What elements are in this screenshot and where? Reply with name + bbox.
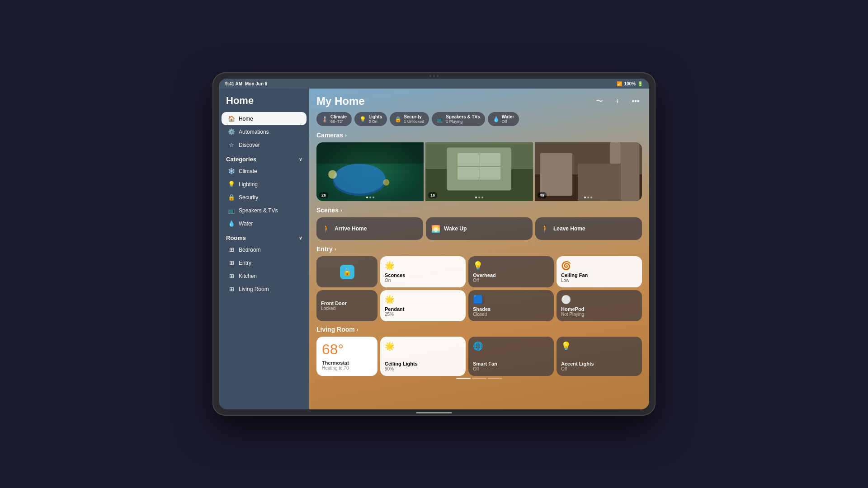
smartfan-tile[interactable]: 🌐 Smart Fan Off xyxy=(468,337,554,376)
frontdoor-label-tile: Front Door Locked xyxy=(316,290,377,321)
ceilinglights-tile[interactable]: 🌟 Ceiling Lights 90% xyxy=(380,337,466,376)
categories-header[interactable]: Categories ∨ xyxy=(219,151,309,164)
home-icon: 🏠 xyxy=(228,115,235,122)
sidebar-item-speakers[interactable]: 📺 Speakers & TVs xyxy=(222,204,307,217)
sidebar-lighting-label: Lighting xyxy=(239,181,258,188)
scroll-indicator xyxy=(316,376,642,380)
pill-security[interactable]: 🔒 Security 1 Unlocked xyxy=(390,112,429,126)
overhead-tile[interactable]: 💡 Overhead Off xyxy=(468,256,554,287)
pill-water-title: Water xyxy=(502,114,514,119)
camera-tile-garage[interactable]: 1s xyxy=(425,142,533,201)
thermostat-temp: 68° xyxy=(322,342,372,357)
camera-garage-dots xyxy=(475,197,483,198)
entry-section: Entry › 🔒 🌟 xyxy=(316,245,642,321)
bedroom-icon: ⊞ xyxy=(228,246,235,253)
sconces-tile[interactable]: 🌟 Sconces On xyxy=(380,256,466,287)
shades-name: Shades xyxy=(473,306,549,312)
sidebar: Home 🏠 Home ⚙️ Automations ☆ Discover Ca… xyxy=(219,89,309,409)
rooms-header[interactable]: Rooms ∨ xyxy=(219,230,309,243)
accentlights-icon: 💡 xyxy=(561,341,637,351)
sidebar-automations-label: Automations xyxy=(239,129,269,135)
pill-climate[interactable]: 🌡️ Climate 68–72° xyxy=(316,112,352,126)
scenes-chevron: › xyxy=(340,207,342,213)
category-pills: 🌡️ Climate 68–72° 💡 Lights 3 On xyxy=(316,112,642,126)
pill-climate-sub: 68–72° xyxy=(330,119,347,124)
thermostat-tile[interactable]: 68° Thermostat Heating to 70 xyxy=(316,337,377,376)
scene-tile-arrive[interactable]: 🚶 Arrive Home xyxy=(316,217,423,240)
entry-row2: Front Door Locked 🌟 Pendant 25% xyxy=(316,290,642,321)
sidebar-item-security[interactable]: 🔒 Security xyxy=(222,191,307,204)
pendant-state: 25% xyxy=(385,312,461,317)
sconces-state: On xyxy=(385,278,461,283)
status-right: 📶 100% 🔋 xyxy=(617,81,643,86)
app-container: Home 🏠 Home ⚙️ Automations ☆ Discover Ca… xyxy=(219,89,649,409)
homepod-tile[interactable]: ⚪ HomePod Not Playing xyxy=(557,290,642,321)
ceilingfan-name: Ceiling Fan xyxy=(561,272,637,278)
sidebar-item-home[interactable]: 🏠 Home xyxy=(222,112,307,125)
pill-climate-icon: 🌡️ xyxy=(321,116,328,122)
pendant-tile[interactable]: 🌟 Pendant 25% xyxy=(380,290,466,321)
sidebar-item-livingroom[interactable]: ⊞ Living Room xyxy=(222,282,307,296)
sidebar-item-automations[interactable]: ⚙️ Automations xyxy=(222,125,307,138)
discover-icon: ☆ xyxy=(228,141,235,148)
more-button[interactable]: ••• xyxy=(629,95,642,108)
sidebar-item-climate[interactable]: ❄️ Climate xyxy=(222,164,307,178)
sidebar-item-lighting[interactable]: 💡 Lighting xyxy=(222,178,307,191)
leave-icon: 🚶 xyxy=(541,225,550,233)
cameras-chevron: › xyxy=(345,132,347,138)
sconces-name: Sconces xyxy=(385,272,461,278)
accentlights-tile[interactable]: 💡 Accent Lights Off xyxy=(557,337,642,376)
scenes-header[interactable]: Scenes › xyxy=(316,206,642,214)
pill-water[interactable]: 💧 Water Off xyxy=(488,112,519,126)
sidebar-item-kitchen[interactable]: ⊞ Kitchen xyxy=(222,269,307,282)
livingroom-icon: ⊞ xyxy=(228,286,235,292)
shades-icon: 🟦 xyxy=(473,295,549,305)
shades-tile[interactable]: 🟦 Shades Closed xyxy=(468,290,554,321)
sidebar-bedroom-label: Bedroom xyxy=(239,247,261,253)
pill-lights-title: Lights xyxy=(368,114,382,119)
status-left: 9:41 AM Mon Jun 6 xyxy=(225,81,267,86)
ipad-screen: 9:41 AM Mon Jun 6 📶 100% 🔋 Home 🏠 Home ⚙… xyxy=(219,79,649,409)
pill-security-title: Security xyxy=(404,114,424,119)
ceilingfan-tile[interactable]: 🌀 Ceiling Fan Low xyxy=(557,256,642,287)
climate-icon: ❄️ xyxy=(228,168,235,174)
entry-chevron: › xyxy=(335,246,336,252)
camera-tile-bedroom[interactable]: 4s xyxy=(535,142,642,201)
add-button[interactable]: + xyxy=(611,95,624,108)
wifi-icon: 📶 xyxy=(617,81,622,86)
waveform-button[interactable]: 〜 xyxy=(593,95,606,108)
sidebar-livingroom-label: Living Room xyxy=(239,286,269,292)
pill-security-sub: 1 Unlocked xyxy=(404,119,424,124)
status-date: Mon Jun 6 xyxy=(245,81,267,86)
frontdoor-label-state: Locked xyxy=(321,306,373,311)
pendant-name: Pendant xyxy=(385,306,461,312)
scene-tile-leave[interactable]: 🚶 Leave Home xyxy=(535,217,642,240)
sidebar-item-entry[interactable]: ⊞ Entry xyxy=(222,256,307,269)
categories-label: Categories xyxy=(226,156,256,163)
frontdoor-tile[interactable]: 🔒 xyxy=(316,256,377,287)
rooms-chevron: ∨ xyxy=(299,235,302,240)
pill-speakers-title: Speakers & TVs xyxy=(446,114,480,119)
cameras-label: Cameras xyxy=(316,131,343,139)
camera-tile-pool[interactable]: 2s xyxy=(316,142,424,201)
homepod-state: Not Playing xyxy=(561,312,637,317)
entry-header[interactable]: Entry › xyxy=(316,245,642,253)
living-room-chevron: › xyxy=(357,327,359,332)
smartfan-state: Off xyxy=(473,366,549,371)
camera-bedroom-dots xyxy=(584,197,592,198)
sidebar-kitchen-label: Kitchen xyxy=(239,273,257,279)
camera-grid: 2s xyxy=(316,142,642,201)
sidebar-item-water[interactable]: 💧 Water xyxy=(222,217,307,230)
scene-tile-wakeup[interactable]: 🌅 Wake Up xyxy=(426,217,533,240)
living-room-header[interactable]: Living Room › xyxy=(316,326,642,333)
pill-speakers[interactable]: 📺 Speakers & TVs 1 Playing xyxy=(432,112,485,126)
sidebar-item-bedroom[interactable]: ⊞ Bedroom xyxy=(222,243,307,256)
pill-lights[interactable]: 💡 Lights 3 On xyxy=(354,112,387,126)
sidebar-item-discover[interactable]: ☆ Discover xyxy=(222,138,307,151)
entry-row1: 🔒 🌟 Sconces On xyxy=(316,256,642,287)
accentlights-name: Accent Lights xyxy=(561,361,637,366)
pill-speakers-sub: 1 Playing xyxy=(446,119,480,124)
cameras-header[interactable]: Cameras › xyxy=(316,131,642,139)
sidebar-entry-label: Entry xyxy=(239,260,251,266)
camera-garage-label: 1s xyxy=(428,192,437,198)
